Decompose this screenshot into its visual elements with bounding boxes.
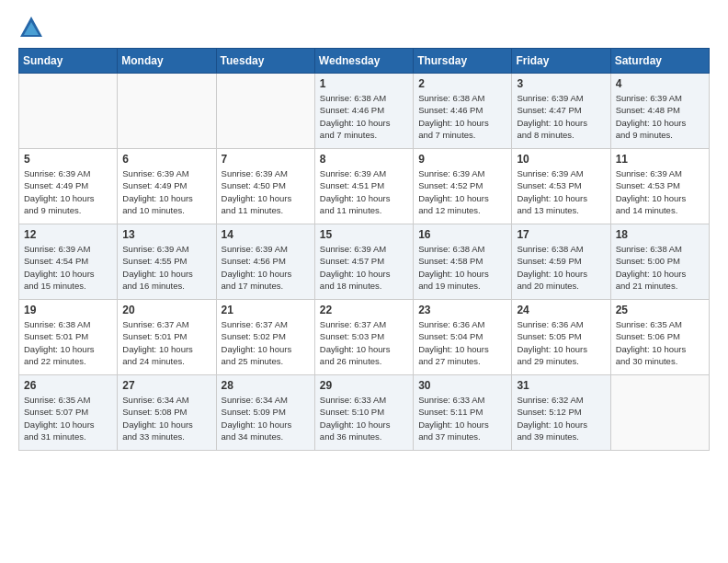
- day-cell: 20Sunrise: 6:37 AM Sunset: 5:01 PM Dayli…: [118, 300, 216, 375]
- col-header-tuesday: Tuesday: [216, 49, 314, 74]
- day-cell: [216, 74, 314, 149]
- day-number: 12: [24, 228, 112, 241]
- day-number: 31: [517, 379, 605, 392]
- week-row-5: 26Sunrise: 6:35 AM Sunset: 5:07 PM Dayli…: [19, 375, 710, 451]
- day-cell: 11Sunrise: 6:39 AM Sunset: 4:53 PM Dayli…: [610, 149, 709, 224]
- day-info: Sunrise: 6:38 AM Sunset: 5:00 PM Dayligh…: [616, 243, 704, 292]
- day-number: 28: [222, 379, 310, 392]
- day-info: Sunrise: 6:33 AM Sunset: 5:10 PM Dayligh…: [320, 394, 408, 442]
- day-info: Sunrise: 6:36 AM Sunset: 5:05 PM Dayligh…: [517, 318, 605, 367]
- day-info: Sunrise: 6:36 AM Sunset: 5:04 PM Dayligh…: [418, 318, 506, 367]
- week-row-4: 19Sunrise: 6:38 AM Sunset: 5:01 PM Dayli…: [19, 300, 710, 375]
- day-info: Sunrise: 6:39 AM Sunset: 4:54 PM Dayligh…: [24, 243, 112, 292]
- day-number: 3: [517, 77, 605, 90]
- day-info: Sunrise: 6:38 AM Sunset: 4:46 PM Dayligh…: [418, 92, 506, 141]
- day-number: 11: [616, 153, 704, 166]
- day-number: 5: [24, 153, 112, 166]
- day-cell: 5Sunrise: 6:39 AM Sunset: 4:49 PM Daylig…: [19, 149, 118, 224]
- day-info: Sunrise: 6:35 AM Sunset: 5:06 PM Dayligh…: [616, 318, 704, 367]
- day-info: Sunrise: 6:39 AM Sunset: 4:55 PM Dayligh…: [122, 243, 210, 292]
- day-cell: 4Sunrise: 6:39 AM Sunset: 4:48 PM Daylig…: [610, 74, 709, 149]
- day-info: Sunrise: 6:39 AM Sunset: 4:48 PM Dayligh…: [616, 92, 704, 141]
- day-info: Sunrise: 6:37 AM Sunset: 5:01 PM Dayligh…: [122, 318, 210, 367]
- day-number: 24: [517, 304, 605, 316]
- day-cell: 2Sunrise: 6:38 AM Sunset: 4:46 PM Daylig…: [414, 74, 512, 149]
- day-cell: 17Sunrise: 6:38 AM Sunset: 4:59 PM Dayli…: [512, 224, 610, 300]
- day-info: Sunrise: 6:39 AM Sunset: 4:57 PM Dayligh…: [320, 243, 408, 292]
- day-number: 27: [122, 379, 210, 392]
- day-number: 16: [418, 228, 506, 241]
- day-cell: 28Sunrise: 6:34 AM Sunset: 5:09 PM Dayli…: [216, 375, 314, 451]
- col-header-monday: Monday: [118, 49, 216, 74]
- col-header-friday: Friday: [512, 49, 610, 74]
- day-cell: 1Sunrise: 6:38 AM Sunset: 4:46 PM Daylig…: [314, 74, 413, 149]
- day-cell: 31Sunrise: 6:32 AM Sunset: 5:12 PM Dayli…: [512, 375, 610, 451]
- day-info: Sunrise: 6:34 AM Sunset: 5:08 PM Dayligh…: [122, 394, 210, 442]
- week-row-1: 1Sunrise: 6:38 AM Sunset: 4:46 PM Daylig…: [19, 74, 710, 149]
- logo-icon: [18, 15, 44, 40]
- day-cell: 30Sunrise: 6:33 AM Sunset: 5:11 PM Dayli…: [414, 375, 512, 451]
- day-info: Sunrise: 6:39 AM Sunset: 4:51 PM Dayligh…: [320, 167, 408, 216]
- day-number: 26: [24, 379, 112, 392]
- calendar-table: SundayMondayTuesdayWednesdayThursdayFrid…: [18, 48, 710, 451]
- day-cell: 29Sunrise: 6:33 AM Sunset: 5:10 PM Dayli…: [314, 375, 413, 451]
- day-cell: 14Sunrise: 6:39 AM Sunset: 4:56 PM Dayli…: [216, 224, 314, 300]
- day-number: 21: [222, 304, 310, 316]
- day-number: 10: [517, 153, 605, 166]
- day-number: 14: [222, 228, 310, 241]
- day-info: Sunrise: 6:38 AM Sunset: 5:01 PM Dayligh…: [24, 318, 112, 367]
- day-cell: [118, 74, 216, 149]
- col-header-wednesday: Wednesday: [314, 49, 413, 74]
- day-info: Sunrise: 6:39 AM Sunset: 4:53 PM Dayligh…: [616, 167, 704, 216]
- day-number: 22: [320, 304, 408, 316]
- day-info: Sunrise: 6:38 AM Sunset: 4:46 PM Dayligh…: [320, 92, 408, 141]
- col-header-thursday: Thursday: [414, 49, 512, 74]
- day-info: Sunrise: 6:37 AM Sunset: 5:02 PM Dayligh…: [222, 318, 310, 367]
- day-info: Sunrise: 6:34 AM Sunset: 5:09 PM Dayligh…: [222, 394, 310, 442]
- day-cell: 10Sunrise: 6:39 AM Sunset: 4:53 PM Dayli…: [512, 149, 610, 224]
- day-cell: 16Sunrise: 6:38 AM Sunset: 4:58 PM Dayli…: [414, 224, 512, 300]
- day-number: 25: [616, 304, 704, 316]
- day-cell: 12Sunrise: 6:39 AM Sunset: 4:54 PM Dayli…: [19, 224, 118, 300]
- day-number: 13: [122, 228, 210, 241]
- week-row-3: 12Sunrise: 6:39 AM Sunset: 4:54 PM Dayli…: [19, 224, 710, 300]
- day-cell: 24Sunrise: 6:36 AM Sunset: 5:05 PM Dayli…: [512, 300, 610, 375]
- day-number: 18: [616, 228, 704, 241]
- day-cell: [610, 375, 709, 451]
- day-info: Sunrise: 6:32 AM Sunset: 5:12 PM Dayligh…: [517, 394, 605, 442]
- day-number: 30: [418, 379, 506, 392]
- day-number: 19: [24, 304, 112, 316]
- day-cell: 15Sunrise: 6:39 AM Sunset: 4:57 PM Dayli…: [314, 224, 413, 300]
- day-number: 23: [418, 304, 506, 316]
- day-number: 6: [122, 153, 210, 166]
- col-header-saturday: Saturday: [610, 49, 709, 74]
- day-info: Sunrise: 6:38 AM Sunset: 4:59 PM Dayligh…: [517, 243, 605, 292]
- day-info: Sunrise: 6:37 AM Sunset: 5:03 PM Dayligh…: [320, 318, 408, 367]
- day-number: 1: [320, 77, 408, 90]
- day-number: 2: [418, 77, 506, 90]
- day-number: 29: [320, 379, 408, 392]
- week-row-2: 5Sunrise: 6:39 AM Sunset: 4:49 PM Daylig…: [19, 149, 710, 224]
- day-cell: 6Sunrise: 6:39 AM Sunset: 4:49 PM Daylig…: [118, 149, 216, 224]
- day-cell: 21Sunrise: 6:37 AM Sunset: 5:02 PM Dayli…: [216, 300, 314, 375]
- day-cell: [19, 74, 118, 149]
- day-cell: 22Sunrise: 6:37 AM Sunset: 5:03 PM Dayli…: [314, 300, 413, 375]
- day-info: Sunrise: 6:39 AM Sunset: 4:50 PM Dayligh…: [222, 167, 310, 216]
- day-number: 20: [122, 304, 210, 316]
- day-info: Sunrise: 6:39 AM Sunset: 4:52 PM Dayligh…: [418, 167, 506, 216]
- day-number: 9: [418, 153, 506, 166]
- header: [18, 15, 710, 40]
- day-cell: 8Sunrise: 6:39 AM Sunset: 4:51 PM Daylig…: [314, 149, 413, 224]
- day-info: Sunrise: 6:33 AM Sunset: 5:11 PM Dayligh…: [418, 394, 506, 442]
- day-cell: 18Sunrise: 6:38 AM Sunset: 5:00 PM Dayli…: [610, 224, 709, 300]
- col-header-sunday: Sunday: [19, 49, 118, 74]
- day-info: Sunrise: 6:39 AM Sunset: 4:49 PM Dayligh…: [122, 167, 210, 216]
- day-cell: 13Sunrise: 6:39 AM Sunset: 4:55 PM Dayli…: [118, 224, 216, 300]
- day-cell: 9Sunrise: 6:39 AM Sunset: 4:52 PM Daylig…: [414, 149, 512, 224]
- day-cell: 3Sunrise: 6:39 AM Sunset: 4:47 PM Daylig…: [512, 74, 610, 149]
- day-info: Sunrise: 6:39 AM Sunset: 4:47 PM Dayligh…: [517, 92, 605, 141]
- calendar-page: SundayMondayTuesdayWednesdayThursdayFrid…: [0, 0, 728, 465]
- day-info: Sunrise: 6:38 AM Sunset: 4:58 PM Dayligh…: [418, 243, 506, 292]
- day-cell: 23Sunrise: 6:36 AM Sunset: 5:04 PM Dayli…: [414, 300, 512, 375]
- day-cell: 27Sunrise: 6:34 AM Sunset: 5:08 PM Dayli…: [118, 375, 216, 451]
